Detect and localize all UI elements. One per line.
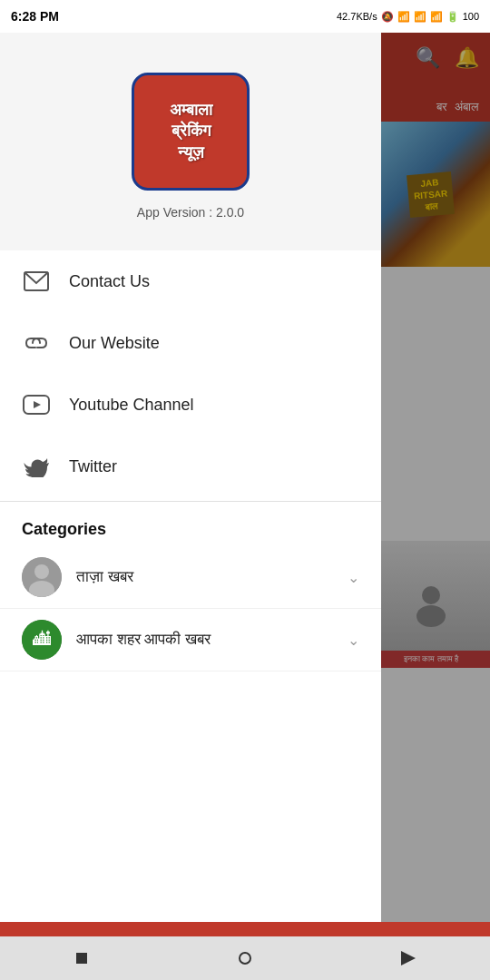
menu-label-website: Our Website — [69, 334, 160, 353]
status-bar: 6:28 PM 42.7KB/s 🔕 📶 📶 📶 🔋 100 — [0, 0, 490, 33]
app-version: App Version : 2.0.0 — [137, 205, 244, 220]
drawer: अम्बाला ब्रेकिंग न्यूज़ App Version : 2.… — [0, 33, 381, 980]
categories-title: Categories — [22, 520, 106, 538]
category-item-1[interactable]: ताज़ा खबर ⌄ — [0, 546, 381, 609]
category-name-1: ताज़ा खबर — [76, 568, 333, 586]
logo-line1: अम्बाला — [170, 100, 212, 121]
status-time: 6:28 PM — [11, 9, 59, 24]
status-icons: 42.7KB/s 🔕 📶 📶 📶 🔋 100 — [337, 11, 479, 23]
system-nav-bar — [0, 936, 490, 980]
network-speed: 42.7KB/s — [337, 11, 377, 22]
drawer-header: अम्बाला ब्रेकिंग न्यूज़ App Version : 2.… — [0, 33, 381, 250]
wifi-icon: 📶 — [430, 11, 443, 23]
envelope-icon — [22, 267, 51, 296]
logo-line2: ब्रेकिंग — [172, 121, 211, 142]
menu-divider — [0, 501, 381, 502]
battery-icon: 🔋 — [446, 11, 459, 23]
chevron-down-icon-1: ⌄ — [348, 569, 359, 586]
signal-icon: 📶 — [397, 11, 410, 23]
menu-item-website[interactable]: Our Website — [0, 312, 381, 374]
chevron-down-icon-2: ⌄ — [348, 632, 359, 649]
sys-recents-button[interactable] — [397, 947, 419, 969]
link-icon — [22, 328, 51, 358]
categories-section: Categories — [0, 505, 381, 546]
sys-home-button[interactable] — [234, 947, 256, 969]
category-avatar-2: 🏙 — [22, 620, 62, 660]
sys-back-button[interactable] — [71, 947, 93, 969]
logo-box: अम्बाला ब्रेकिंग न्यूज़ — [132, 73, 250, 191]
category-item-2[interactable]: 🏙 आपका शहर आपकी खबर ⌄ — [0, 609, 381, 671]
menu-label-twitter: Twitter — [69, 457, 117, 476]
logo-container: अम्बाला ब्रेकिंग न्यूज़ — [132, 73, 250, 191]
drawer-scrim[interactable] — [381, 33, 490, 922]
svg-text:🏙: 🏙 — [33, 629, 51, 649]
silent-icon: 🔕 — [381, 11, 394, 23]
menu-label-youtube: Youtube Channel — [69, 396, 193, 415]
logo-line3: न्यूज़ — [178, 142, 204, 163]
twitter-icon — [22, 452, 51, 481]
svg-point-16 — [240, 953, 250, 964]
category-avatar-1 — [22, 557, 62, 597]
category-name-2: आपका शहर आपकी खबर — [76, 631, 333, 649]
svg-point-6 — [34, 564, 49, 579]
youtube-icon — [22, 390, 51, 419]
svg-marker-4 — [34, 401, 41, 408]
svg-rect-15 — [76, 953, 87, 964]
menu-item-contact[interactable]: Contact Us — [0, 250, 381, 312]
signal-icon-2: 📶 — [414, 11, 426, 23]
svg-marker-17 — [401, 951, 416, 965]
menu-label-contact: Contact Us — [69, 272, 150, 291]
drawer-menu: Contact Us Our Website — [0, 250, 381, 980]
menu-item-youtube[interactable]: Youtube Channel — [0, 374, 381, 436]
menu-item-twitter[interactable]: Twitter — [0, 436, 381, 497]
main-wrapper: 🔍 🔔 बर अंबाल JAB RITSAR बाल इनका क — [0, 33, 490, 980]
battery-level: 100 — [463, 11, 479, 22]
